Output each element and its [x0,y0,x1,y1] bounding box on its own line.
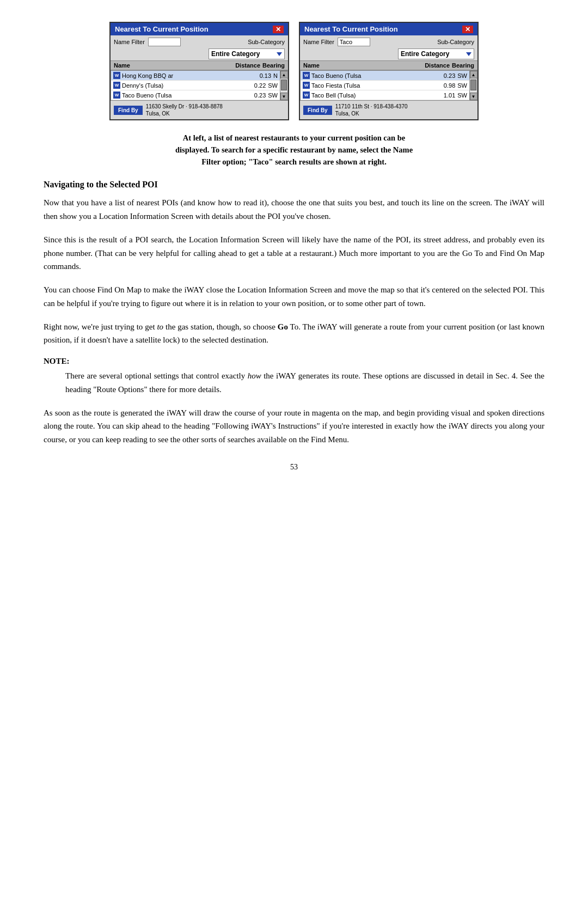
left-close-button[interactable]: ✕ [273,26,284,33]
poi-icon-r2: W [303,91,310,99]
poi-icon-r0: W [303,72,310,79]
right-category-value: Entire Category [401,50,449,58]
left-col-name: Name [114,62,235,69]
screenshots-row: Nearest To Current Position ✕ Name Filte… [44,22,544,120]
left-list: W Hong Kong BBQ ar 0.13 N W Denny's (Tul… [111,70,288,101]
left-address-line: 11630 Skelly Dr · 918-438-8878 [146,103,223,109]
right-subcategory-label: Sub-Category [437,39,474,45]
left-name-filter-label: Name Filter [114,39,145,45]
left-col-headers: Name Distance Bearing [111,60,288,70]
table-row[interactable]: W Taco Bueno (Tulsa 0.23 SW [111,90,280,100]
right-titlebar: Nearest To Current Position ✕ [300,23,477,35]
left-titlebar: Nearest To Current Position ✕ [111,23,288,35]
scroll-thumb [281,80,287,90]
left-col-bearing: Bearing [262,62,285,69]
left-scrollbar[interactable]: ▲ ▼ [280,71,287,100]
paragraph-2: Since this is the result of a POI search… [44,233,544,273]
caption-line1: At left, a list of nearest restaurants t… [183,133,406,142]
paragraph-1: Now that you have a list of nearest POIs… [44,196,544,223]
right-title: Nearest To Current Position [304,25,398,33]
left-item-2-name: W Taco Bueno (Tulsa [113,91,254,99]
right-name-filter-label: Name Filter [303,39,334,45]
right-name-filter-input[interactable] [338,38,370,46]
left-find-by-button[interactable]: Find By [114,106,143,115]
right-item-1-bearing: SW [457,82,467,89]
right-item-1-dist: 0.98 [444,82,455,89]
right-item-2-dist: 1.01 [444,92,455,99]
right-col-name: Name [303,62,425,69]
right-category-dropdown[interactable]: Entire Category [398,48,474,59]
caption-line3: Filter option; "Taco" search results are… [201,157,387,166]
left-dropdown-arrow-icon [277,52,282,56]
p4-bold1: Go [278,322,288,331]
left-item-1-bearing: SW [268,82,278,89]
poi-icon-1: W [113,82,120,89]
paragraph-3: You can choose Find On Map to make the i… [44,283,544,310]
left-col-distance: Distance [235,62,260,69]
right-category-row: Entire Category [300,47,477,60]
left-item-0-bearing: N [273,72,278,79]
page-number: 53 [44,463,544,472]
paragraph-4: Right now, we're just trying to get to t… [44,320,544,347]
right-find-address: 11710 11th St · 918-438-4370 Tulsa, OK [335,103,408,117]
left-subcategory-label: Sub-Category [248,39,285,45]
left-item-0-name: W Hong Kong BBQ ar [113,72,260,79]
right-col-headers: Name Distance Bearing [300,60,477,70]
scroll-up-button[interactable]: ▲ [280,71,288,78]
right-city-line: Tulsa, OK [335,111,359,117]
right-item-2-bearing: SW [457,92,467,99]
scroll-track [280,78,287,93]
left-item-1-dist: 0.22 [254,82,266,89]
caption-line2: displayed. To search for a specific rest… [175,145,413,154]
right-gps-window: Nearest To Current Position ✕ Name Filte… [299,22,479,120]
table-row[interactable]: W Taco Bueno (Tulsa 0.23 SW [301,71,469,81]
left-item-1-name: W Denny's (Tulsa) [113,82,254,89]
left-title: Nearest To Current Position [115,25,209,33]
left-item-2-bearing: SW [268,92,278,99]
right-item-1-name: W Taco Fiesta (Tulsa [303,82,444,89]
right-find-by-button[interactable]: Find By [303,106,332,115]
p4-mid: the gas station, though, so choose [163,322,278,331]
left-category-row: Entire Category [111,47,288,60]
poi-icon-0: W [113,72,120,79]
note-how-italic: how [248,371,261,380]
right-address-line: 11710 11th St · 918-438-4370 [335,103,408,109]
left-item-2-dist: 0.23 [254,92,266,99]
table-row[interactable]: W Denny's (Tulsa) 0.22 SW [111,81,280,90]
scroll-up-button-r[interactable]: ▲ [470,71,477,78]
left-city-line: Tulsa, OK [146,111,170,117]
right-item-2-name: W Taco Bell (Tulsa) [303,91,444,99]
p4-italic: to [157,322,163,331]
left-find-row: Find By 11630 Skelly Dr · 918-438-8878 T… [111,101,288,119]
p4-pre: Right now, we're just trying to get [44,322,157,331]
left-category-value: Entire Category [211,50,260,58]
scroll-track-r [470,78,477,93]
table-row[interactable]: W Taco Fiesta (Tulsa 0.98 SW [301,81,469,90]
right-item-0-name: W Taco Bueno (Tulsa [303,72,444,79]
right-find-row: Find By 11710 11th St · 918-438-4370 Tul… [300,101,477,119]
right-scrollbar[interactable]: ▲ ▼ [469,71,477,100]
right-col-bearing: Bearing [452,62,474,69]
right-filter-row: Name Filter Sub-Category [300,35,477,47]
table-row[interactable]: W Taco Bell (Tulsa) 1.01 SW [301,90,469,100]
left-item-0-dist: 0.13 [260,72,271,79]
left-filter-row: Name Filter Sub-Category [111,35,288,47]
right-item-0-dist: 0.23 [444,72,455,79]
paragraph-5: As soon as the route is generated the iW… [44,406,544,447]
scroll-down-button[interactable]: ▼ [280,93,288,100]
right-item-0-bearing: SW [457,72,467,79]
poi-icon-2: W [113,91,120,99]
note-block: There are several optional settings that… [65,369,544,396]
right-col-distance: Distance [425,62,450,69]
poi-icon-r1: W [303,82,310,89]
right-close-button[interactable]: ✕ [462,26,473,33]
caption: At left, a list of nearest restaurants t… [44,132,544,168]
note-text: There are several optional settings that… [65,369,544,396]
left-find-address: 11630 Skelly Dr · 918-438-8878 Tulsa, OK [146,103,223,117]
table-row[interactable]: W Hong Kong BBQ ar 0.13 N [111,71,280,81]
scroll-down-button-r[interactable]: ▼ [470,93,477,100]
left-category-dropdown[interactable]: Entire Category [209,48,285,59]
left-name-filter-input[interactable] [148,38,181,46]
right-list: W Taco Bueno (Tulsa 0.23 SW W Taco Fiest… [300,70,477,101]
scroll-thumb-r [470,80,476,90]
